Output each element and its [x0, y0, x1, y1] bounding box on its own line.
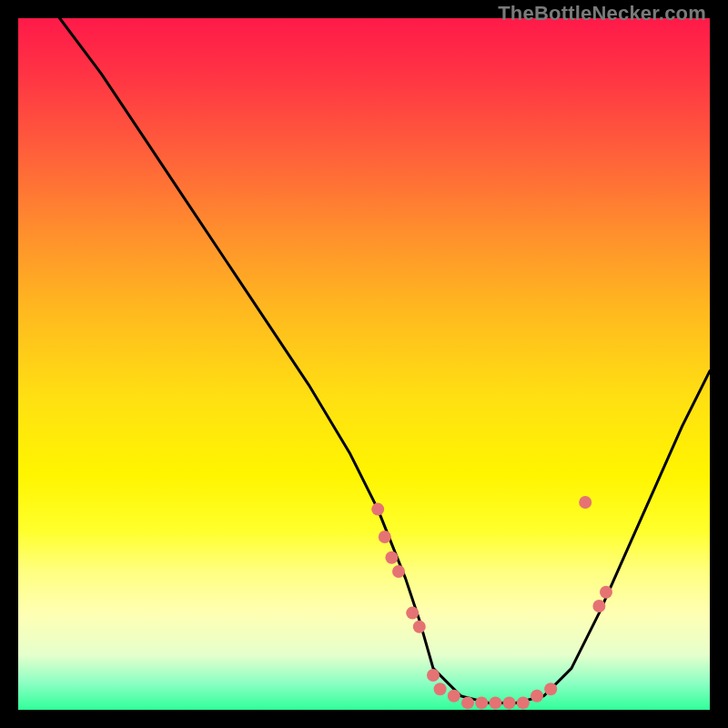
chart-overlay [18, 18, 710, 710]
data-marker [544, 682, 557, 695]
data-marker [385, 551, 398, 564]
chart-frame: TheBottleNecker.com [0, 0, 728, 728]
bottleneck-curve [60, 18, 710, 703]
data-marker [413, 621, 426, 633]
data-marker [503, 696, 516, 709]
data-marker [371, 503, 384, 516]
data-marker [406, 607, 419, 620]
marker-group [371, 496, 612, 709]
data-marker [531, 690, 543, 703]
data-marker [448, 690, 460, 703]
data-marker [475, 696, 488, 709]
data-marker [592, 600, 605, 612]
data-marker [379, 531, 391, 543]
data-marker [579, 496, 592, 509]
data-marker [489, 696, 501, 709]
data-marker [427, 669, 440, 682]
data-marker [517, 696, 530, 709]
data-marker [434, 682, 447, 695]
data-marker [461, 696, 474, 709]
data-marker [392, 565, 405, 578]
data-marker [600, 586, 612, 599]
